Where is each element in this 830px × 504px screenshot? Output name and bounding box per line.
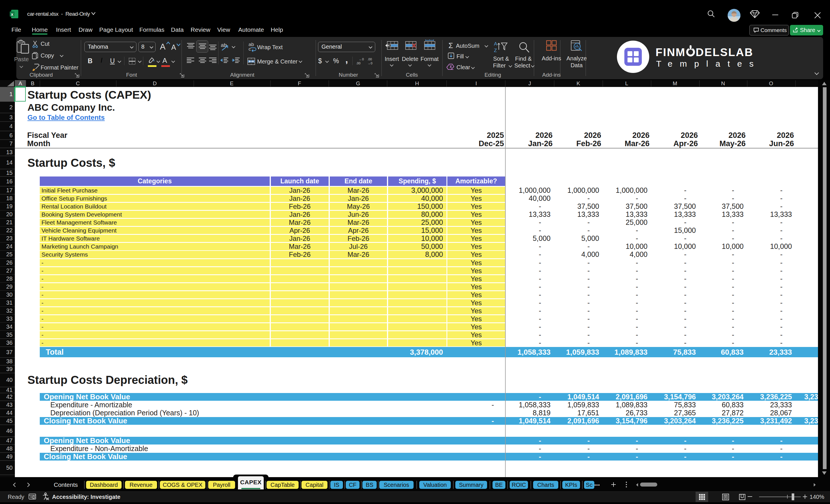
- svg-text:→0: →0: [368, 62, 372, 65]
- svg-text:x: x: [11, 12, 13, 17]
- svg-text:.00: .00: [368, 58, 372, 61]
- svg-text:.00: .00: [356, 62, 360, 65]
- svg-text:Z: Z: [494, 48, 497, 53]
- svg-text:A: A: [494, 41, 498, 46]
- svg-text:←0: ←0: [359, 58, 364, 61]
